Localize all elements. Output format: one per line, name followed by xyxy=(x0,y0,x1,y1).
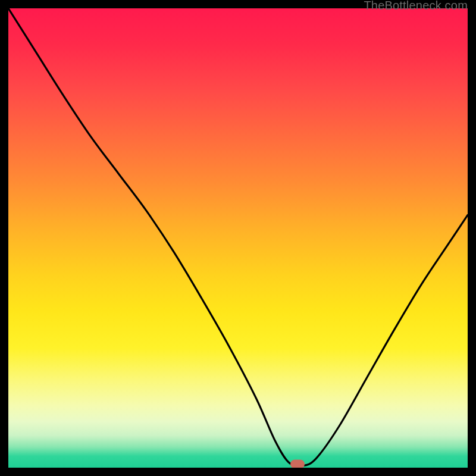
chart-frame: TheBottleneck.com xyxy=(0,0,476,476)
optimal-marker xyxy=(290,459,305,468)
bottleneck-curve xyxy=(8,8,468,468)
plot-area xyxy=(8,8,468,468)
watermark-text: TheBottleneck.com xyxy=(364,0,468,12)
